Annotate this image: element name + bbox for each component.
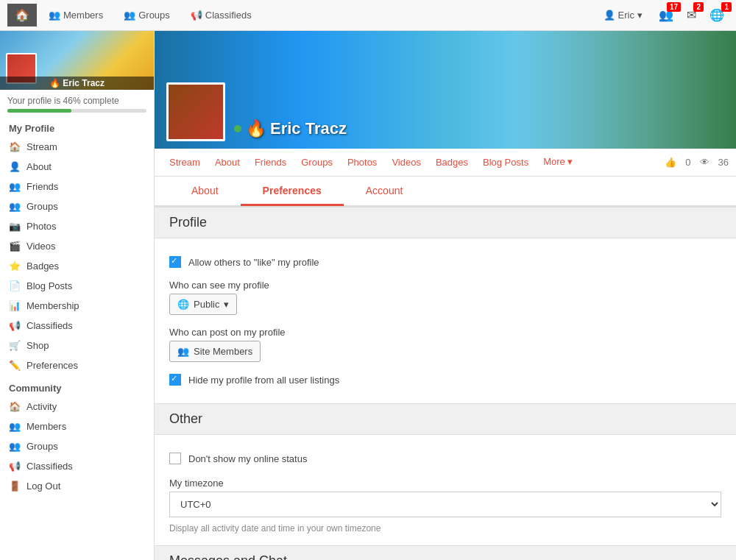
views-icon: 👁: [700, 157, 710, 168]
profile-tabs: Stream About Friends Groups Photos Video…: [155, 149, 736, 177]
messages-section-header: Messages and Chat: [155, 545, 736, 560]
tab-about[interactable]: About: [208, 149, 247, 177]
profile-complete-text: Your profile is 46% complete: [7, 96, 119, 106]
likes-icon: 👍: [665, 157, 676, 168]
profile-section-header: Profile: [155, 207, 736, 238]
other-section-header: Other: [155, 403, 736, 435]
tab-blog-posts[interactable]: Blog Posts: [475, 149, 536, 177]
home-button[interactable]: 🏠: [7, 4, 37, 26]
sidebar-item-preferences[interactable]: ✏️ Preferences: [0, 355, 154, 375]
sidebar-item-community-groups[interactable]: 👥 Groups: [0, 436, 154, 456]
sidebar-community-groups-label: Groups: [26, 441, 58, 452]
visibility-dropdown[interactable]: 🌐 Public ▾: [169, 294, 237, 315]
progress-bar-fill: [7, 109, 71, 113]
sidebar-item-stream[interactable]: 🏠 Stream: [0, 137, 154, 157]
subtab-preferences[interactable]: Preferences: [241, 177, 344, 206]
sidebar-item-community-classifieds[interactable]: 📢 Classifieds: [0, 456, 154, 476]
more-chevron-icon: ▾: [567, 148, 573, 176]
community-classifieds-icon: 📢: [9, 461, 21, 472]
tab-videos[interactable]: Videos: [384, 149, 428, 177]
community-groups-icon: 👥: [9, 441, 21, 452]
tab-badges[interactable]: Badges: [428, 149, 475, 177]
sidebar-item-membership[interactable]: 📊 Membership: [0, 296, 154, 316]
sidebar-members-label: Members: [26, 421, 66, 432]
globe-notification[interactable]: 🌐 1: [705, 5, 729, 25]
timezone-hint: Display all activity date and time in yo…: [169, 520, 721, 534]
blog-posts-icon: 📄: [9, 280, 21, 291]
profile-complete-section: Your profile is 46% complete: [0, 90, 154, 116]
sidebar-badges-label: Badges: [26, 260, 59, 272]
groups-icon: 👥: [124, 10, 135, 21]
nav-groups[interactable]: 👥 Groups: [115, 5, 179, 25]
sidebar-item-blog-posts[interactable]: 📄 Blog Posts: [0, 276, 154, 296]
user-avatar-icon: 👤: [604, 10, 615, 21]
allow-likes-label: Allow others to "like" my profile: [188, 257, 319, 268]
tab-friends[interactable]: Friends: [247, 149, 294, 177]
allow-likes-checkbox[interactable]: [169, 256, 181, 268]
top-navigation: 🏠 👥 Members 👥 Groups 📢 Classifieds 👤 Eri…: [0, 0, 736, 31]
friends-icon: 👥: [9, 181, 21, 192]
sidebar-logout-label: Log Out: [26, 481, 60, 492]
tab-stream[interactable]: Stream: [162, 149, 208, 177]
sidebar-item-about[interactable]: 👤 About: [0, 157, 154, 177]
sidebar-item-activity[interactable]: 🏠 Activity: [0, 397, 154, 417]
sidebar-about-label: About: [26, 161, 52, 172]
visibility-value: Public: [194, 299, 219, 310]
profile-header: 🔥 Eric Tracz: [155, 31, 736, 149]
post-permission-dropdown[interactable]: 👥 Site Members: [169, 341, 261, 362]
sidebar-item-groups[interactable]: 👥 Groups: [0, 196, 154, 216]
sidebar-photos-label: Photos: [26, 221, 56, 232]
profile-badge-emoji: 🔥: [246, 119, 266, 138]
sidebar-friends-label: Friends: [26, 181, 58, 192]
subtab-about[interactable]: About: [169, 177, 241, 206]
classifieds-icon: 📢: [9, 320, 21, 331]
mail-notification[interactable]: ✉ 2: [682, 5, 701, 25]
sidebar: 🔥 Eric Tracz Your profile is 46% complet…: [0, 31, 155, 560]
likes-count: 0: [685, 157, 690, 168]
sidebar-item-members[interactable]: 👥 Members: [0, 417, 154, 436]
top-nav-left: 🏠 👥 Members 👥 Groups 📢 Classifieds: [7, 4, 596, 26]
photos-icon: 📷: [9, 221, 21, 232]
about-icon: 👤: [9, 161, 21, 172]
tab-groups[interactable]: Groups: [294, 149, 340, 177]
timezone-label: My timezone: [169, 470, 721, 492]
my-profile-title: My Profile: [0, 116, 154, 137]
dont-show-online-checkbox[interactable]: [169, 453, 181, 464]
hide-from-listings-checkbox[interactable]: [169, 374, 181, 386]
sidebar-profile: 🔥 Eric Tracz: [0, 31, 154, 90]
classifieds-icon: 📢: [191, 10, 202, 21]
sidebar-item-logout[interactable]: 🚪 Log Out: [0, 476, 154, 496]
who-can-post-label: Who can post on my profile: [169, 321, 721, 341]
progress-bar-background: [7, 109, 146, 113]
subtab-account[interactable]: Account: [344, 177, 425, 206]
users-notification[interactable]: 👥 17: [654, 5, 678, 25]
sidebar-item-photos[interactable]: 📷 Photos: [0, 216, 154, 236]
sidebar-preferences-label: Preferences: [26, 360, 78, 371]
members-icon: 👥: [49, 10, 60, 21]
nav-classifieds[interactable]: 📢 Classifieds: [182, 5, 261, 25]
site-members-icon: 👥: [177, 346, 189, 357]
post-permission-value: Site Members: [194, 346, 252, 357]
sidebar-item-badges[interactable]: ⭐ Badges: [0, 256, 154, 276]
sidebar-item-classifieds[interactable]: 📢 Classifieds: [0, 316, 154, 336]
sidebar-classifieds-label: Classifieds: [26, 320, 73, 331]
membership-icon: 📊: [9, 300, 21, 311]
user-menu[interactable]: 👤 Eric ▾: [596, 5, 650, 25]
hide-from-listings-row: Hide my profile from all user listings: [169, 368, 721, 391]
visibility-arrow-icon: ▾: [224, 299, 229, 310]
sidebar-shop-label: Shop: [26, 340, 49, 351]
nav-members[interactable]: 👥 Members: [40, 5, 112, 25]
sidebar-item-friends[interactable]: 👥 Friends: [0, 177, 154, 196]
sidebar-item-videos[interactable]: 🎬 Videos: [0, 236, 154, 256]
sidebar-stream-label: Stream: [26, 141, 57, 152]
logout-icon: 🚪: [9, 481, 21, 492]
tab-more[interactable]: More ▾: [536, 149, 580, 177]
sidebar-videos-label: Videos: [26, 241, 56, 252]
sidebar-item-shop[interactable]: 🛒 Shop: [0, 336, 154, 355]
sidebar-user-name: 🔥 Eric Tracz: [0, 77, 154, 90]
tab-photos[interactable]: Photos: [340, 149, 384, 177]
timezone-select[interactable]: UTC+0 UTC-12 UTC-11 UTC-10 UTC-8 UTC-7 U…: [169, 492, 721, 517]
views-count: 36: [718, 157, 729, 168]
preferences-icon: ✏️: [9, 360, 21, 371]
profile-avatar-main: [166, 82, 225, 141]
